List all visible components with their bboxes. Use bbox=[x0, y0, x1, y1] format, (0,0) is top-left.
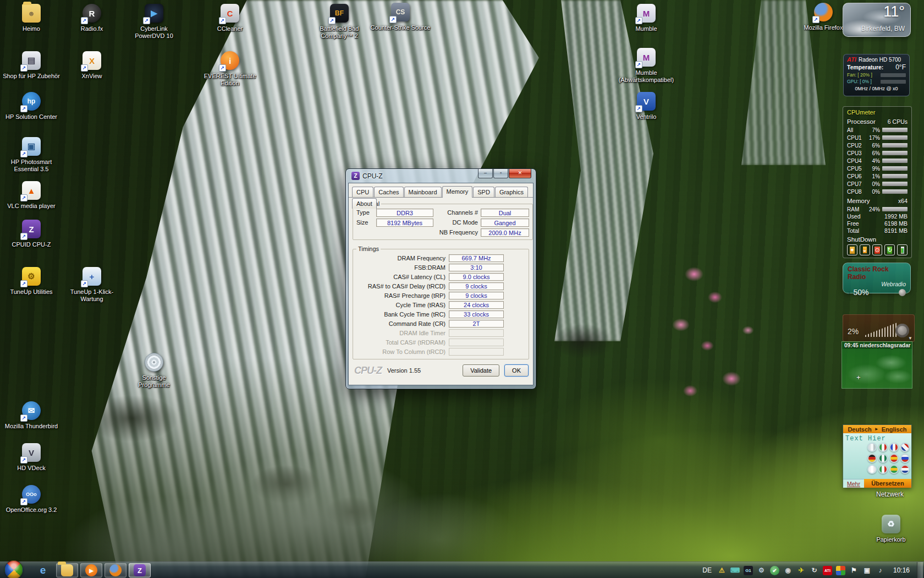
ok-button[interactable]: OK bbox=[504, 364, 529, 377]
desktop-icon-papierkorb[interactable]: ♻ ↗ Papierkorb bbox=[865, 514, 917, 543]
tab-cpu[interactable]: CPU bbox=[352, 187, 373, 197]
flag-italy[interactable] bbox=[878, 443, 888, 452]
desktop-shortcut-label: Mumble bbox=[619, 25, 674, 32]
flag-france[interactable] bbox=[889, 443, 899, 452]
desktop-icon-battlefield[interactable]: BF ↗ Battlefield Bad Company™ 2 bbox=[310, 3, 369, 40]
window-controls: – ▫ ✕ bbox=[477, 169, 531, 178]
tray-icon-glyph: ⚙ bbox=[757, 566, 766, 575]
desktop-icon-hdvdeck[interactable]: V ↗ HD VDeck bbox=[4, 443, 59, 472]
translate-to[interactable]: Englisch bbox=[882, 426, 907, 433]
ati-icon[interactable]: ATI bbox=[823, 566, 832, 575]
flag-mexico[interactable] bbox=[878, 465, 888, 474]
speaker-icon[interactable]: ♪ bbox=[848, 289, 851, 296]
desktop-icon-mumble[interactable]: M ↗ Mumble bbox=[619, 3, 674, 32]
desktop-icon-ccleaner[interactable]: C ↗ CCleaner bbox=[202, 3, 257, 32]
desktop-icon-thunderbird[interactable]: ✉ ↗ Mozilla Thunderbird bbox=[4, 401, 59, 430]
battery-button[interactable]: ▮ bbox=[897, 244, 908, 255]
desktop-icon-everest[interactable]: i ↗ EVEREST Ultimate Edition bbox=[199, 51, 261, 87]
translate-input[interactable]: Text Hier bbox=[845, 435, 886, 443]
tab-spd[interactable]: SPD bbox=[473, 187, 494, 197]
tab-about[interactable]: About bbox=[352, 198, 377, 209]
ati-gadget[interactable]: ATI Radeon HD 5700 Temperature: 0°F Fan:… bbox=[843, 54, 910, 96]
tab-mainboard[interactable]: Mainboard bbox=[404, 187, 442, 197]
shutdown-button-icon: ▮ bbox=[901, 247, 904, 254]
flag-japan[interactable] bbox=[867, 465, 877, 474]
memory-row: Free 6198 MB bbox=[847, 220, 908, 227]
flag-uk[interactable] bbox=[900, 443, 910, 452]
taskbar-firefox[interactable] bbox=[105, 563, 127, 577]
key-button[interactable]: ✦ bbox=[847, 244, 857, 255]
tab-graphics[interactable]: Graphics bbox=[495, 187, 528, 197]
expand-arrow-icon[interactable]: ▼ bbox=[908, 336, 912, 341]
weather-gadget[interactable]: 11° Birkenfeld, BW bbox=[843, 3, 911, 37]
desktop-icon-counterstrike[interactable]: CS ↗ Counter-Strike Source bbox=[369, 2, 432, 31]
webradio-gadget[interactable]: Classic Rock Radio Webradio ♪ 50% bbox=[843, 263, 911, 293]
tab-memory[interactable]: Memory bbox=[442, 186, 473, 198]
action-center-icon[interactable]: ⚑ bbox=[849, 566, 859, 575]
desktop-icon-xnview[interactable]: X ↗ XnView bbox=[64, 51, 119, 80]
tuneup-status-icon[interactable]: ✔ bbox=[770, 566, 779, 575]
translate-from[interactable]: Deutsch bbox=[848, 426, 871, 433]
tab-caches[interactable]: Caches bbox=[374, 187, 403, 197]
desktop-icon-openoffice[interactable]: OOo ↗ OpenOffice.org 3.2 bbox=[4, 484, 59, 514]
translator-header[interactable]: Deutsch ► Englisch bbox=[843, 425, 911, 433]
desktop-icon-mumble-compat[interactable]: M ↗ Mumble (Abwärtskompatibel) bbox=[612, 47, 680, 84]
desktop-icon-powerdvd[interactable]: ▶ ↗ CyberLink PowerDVD 10 bbox=[127, 3, 182, 40]
desktop-icon-radiofx[interactable]: R ↗ Radio.fx bbox=[64, 3, 119, 32]
desktop-icon-ventrilo[interactable]: V ↗ Ventrilo bbox=[619, 91, 674, 121]
restart-button[interactable]: ↻ bbox=[884, 244, 895, 255]
desktop-icon-cpuz[interactable]: Z ↗ CPUID CPU-Z bbox=[4, 219, 59, 248]
rain-radar-gadget[interactable]: 09:45 niederschlagsradar + bbox=[842, 341, 912, 389]
validate-button[interactable]: Validate bbox=[463, 364, 499, 377]
airplane-icon[interactable]: ✈ bbox=[796, 566, 806, 575]
desktop-icon-vlc[interactable]: ▲ ↗ VLC media player bbox=[4, 181, 59, 210]
taskbar-media-player[interactable]: ▶ bbox=[80, 563, 102, 577]
desktop-icon-hp-solution[interactable]: hp ↗ HP Solution Center bbox=[4, 91, 59, 121]
timing-row: CAS# Latency (CL) 9.0 clocks bbox=[356, 272, 525, 281]
flag-brazil[interactable] bbox=[889, 465, 899, 474]
desktop-icon-sonstige[interactable]: ↗ Sonstige Programme bbox=[127, 352, 182, 389]
desktop-icon-heimo[interactable]: ☻ ↗ Heimo bbox=[4, 3, 59, 32]
g1-profiler-icon[interactable]: G1 bbox=[744, 566, 753, 575]
minimize-button[interactable]: – bbox=[478, 169, 493, 178]
cpumeter-gadget[interactable]: CPUmeter Processor 6 CPUs All 7% CPU1 17… bbox=[843, 106, 912, 258]
language-indicator[interactable]: DE bbox=[702, 566, 712, 574]
flag-russia[interactable] bbox=[900, 454, 910, 463]
network-icon[interactable]: ▣ bbox=[862, 566, 872, 575]
colors-icon[interactable] bbox=[836, 566, 845, 575]
close-button[interactable]: ✕ bbox=[509, 169, 531, 178]
taskbar-explorer[interactable] bbox=[56, 563, 78, 577]
update-icon[interactable]: ↻ bbox=[810, 566, 819, 575]
volume-icon[interactable]: ♪ bbox=[876, 566, 885, 575]
shortcut-arrow-icon: ↗ bbox=[20, 498, 28, 505]
taskbar-internet-explorer[interactable]: e bbox=[32, 563, 54, 577]
title-bar[interactable]: Z CPU-Z – ▫ ✕ bbox=[348, 169, 534, 183]
flag-spain[interactable] bbox=[889, 454, 899, 463]
desktop-icon-tuneup-1klick[interactable]: + ↗ TuneUp 1-Klick-Wartung bbox=[64, 266, 119, 303]
timing-label: DRAM Idle Timer bbox=[356, 330, 449, 336]
desktop-icon-tuneup[interactable]: ⚙ ↗ TuneUp Utilities bbox=[4, 266, 59, 296]
flag-usa[interactable] bbox=[900, 465, 910, 474]
desktop-icon-shop-hp[interactable]: ▤ ↗ Shop für HP Zubehör bbox=[1, 51, 62, 80]
equalizer-gadget[interactable]: 2% ▼ bbox=[843, 314, 915, 342]
flag-gray[interactable] bbox=[867, 443, 877, 452]
clock[interactable]: 10:16 bbox=[893, 566, 910, 574]
translator-gadget[interactable]: Deutsch ► Englisch Text Hier Mehr Überse… bbox=[843, 424, 912, 488]
show-desktop-button[interactable] bbox=[917, 562, 923, 578]
desktop-icon-hp-photosmart[interactable]: ▣ ↗ HP Photosmart Essential 3.5 bbox=[4, 137, 59, 173]
user-alert-icon[interactable]: ⚠ bbox=[717, 566, 727, 575]
display-settings-icon[interactable]: ⚙ bbox=[757, 566, 766, 575]
taskbar-cpuz[interactable]: Z bbox=[129, 563, 151, 577]
power-off-button[interactable]: ⊙ bbox=[872, 244, 883, 255]
more-link[interactable]: Mehr bbox=[843, 479, 864, 488]
input-device-icon[interactable]: ⌨ bbox=[730, 566, 740, 575]
volume-knob[interactable] bbox=[899, 289, 906, 296]
flag-pakistan[interactable] bbox=[878, 454, 888, 463]
maximize-button[interactable]: ▫ bbox=[493, 169, 508, 178]
channels-label: Channels # bbox=[438, 209, 481, 216]
flag-germany[interactable] bbox=[867, 454, 877, 463]
translate-button[interactable]: Übersetzen bbox=[864, 479, 911, 488]
standby-button[interactable]: ◒ bbox=[860, 244, 870, 255]
start-button[interactable] bbox=[4, 560, 23, 578]
steam-icon[interactable]: ◉ bbox=[783, 566, 793, 575]
